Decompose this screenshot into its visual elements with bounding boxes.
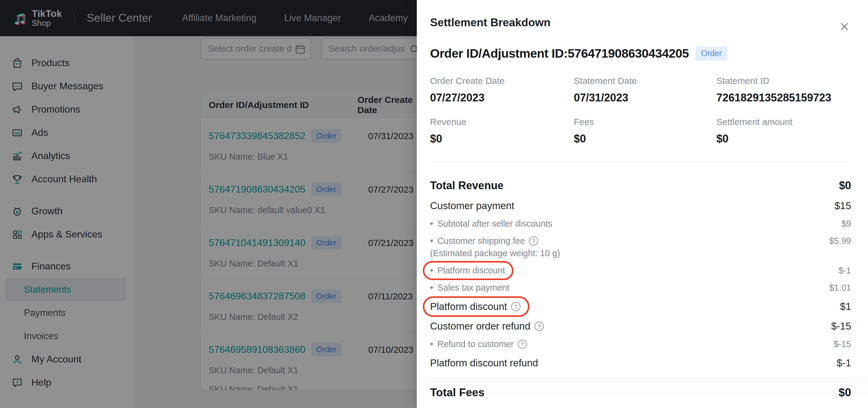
order-id-title: Order ID/Adjustment ID:57647190863043420… xyxy=(430,46,689,61)
help-icon[interactable]: ? xyxy=(534,321,544,331)
help-icon[interactable]: ? xyxy=(517,339,527,349)
panel-title: Settlement Breakdown xyxy=(430,0,851,29)
row-sales-tax-payment: •Sales tax payment $1.01 xyxy=(430,283,851,293)
row-customer-payment: Customer payment $15 xyxy=(430,200,851,211)
row-customer-order-refund: Customer order refund ? $-15 xyxy=(430,320,851,332)
meta-revenue: Revenue $0 xyxy=(430,117,574,145)
bullet: • xyxy=(430,339,433,349)
order-meta: Order Create Date 07/27/2023 Statement D… xyxy=(430,76,851,158)
settlement-breakdown-panel: Settlement Breakdown Order ID/Adjustment… xyxy=(417,0,868,408)
bullet: • xyxy=(430,266,433,275)
close-button[interactable] xyxy=(837,19,852,34)
order-title-row: Order ID/Adjustment ID:57647190863043420… xyxy=(430,46,851,61)
help-icon[interactable]: ? xyxy=(511,302,521,312)
meta-statement-date: Statement Date 07/31/2023 xyxy=(574,76,716,104)
row-platform-discount: Platform discount ? $1 xyxy=(430,301,851,312)
bullet: • xyxy=(430,283,433,293)
row-total-revenue: Total Revenue $0 xyxy=(430,179,851,192)
meta-statement-id: Statement ID 7261829135285159723 xyxy=(716,76,851,104)
svg-text:?: ? xyxy=(521,341,524,347)
row-platform-discount-refund: Platform discount refund $-1 xyxy=(430,357,851,369)
package-weight-note: (Estimated package weight: 10 g) xyxy=(430,248,851,258)
meta-fees: Fees $0 xyxy=(574,117,716,145)
bullet: • xyxy=(430,219,433,229)
close-icon xyxy=(839,22,849,32)
row-refund-to-customer: •Refund to customer ? $-15 xyxy=(430,339,851,349)
row-platform-discount-sub: •Platform discount $-1 xyxy=(430,266,851,275)
red-circle-annotation: Platform discount ? xyxy=(430,301,521,312)
help-icon[interactable]: ? xyxy=(529,236,538,246)
app-window: ♫ TikTok Shop Seller Center Affiliate Ma… xyxy=(0,0,868,408)
row-subtotal-after-seller-discounts: •Subtotal after seller discounts $9 xyxy=(430,219,851,229)
panel-footer: Total Fees $0 xyxy=(417,378,868,408)
row-total-fees: Total Fees $0 xyxy=(430,378,851,399)
meta-settlement-amount: Settlement amount $0 xyxy=(716,117,851,145)
row-customer-shipping-fee: •Customer shipping fee ? $5.99 xyxy=(430,236,851,246)
svg-text:?: ? xyxy=(532,238,535,244)
svg-text:?: ? xyxy=(537,323,540,330)
bullet: • xyxy=(430,236,433,246)
red-circle-annotation: •Platform discount xyxy=(430,266,505,275)
order-type-badge: Order xyxy=(695,46,727,61)
svg-text:?: ? xyxy=(514,304,517,310)
modal-overlay[interactable] xyxy=(0,0,417,408)
meta-order-create-date: Order Create Date 07/27/2023 xyxy=(430,76,574,104)
